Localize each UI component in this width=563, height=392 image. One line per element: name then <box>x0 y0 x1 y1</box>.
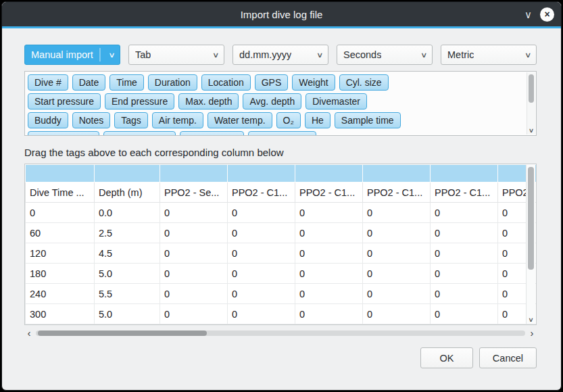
tag-pill[interactable]: Date <box>72 74 106 91</box>
column-header: PPO2 - C1... <box>228 182 295 203</box>
tag-row: Start pressureEnd pressureMax. depthAvg.… <box>28 93 521 109</box>
combo-date-format[interactable]: dd.mm.yyyy∨ <box>232 45 328 65</box>
tag-pill[interactable]: Sample CNS <box>248 131 316 136</box>
column-drop-target[interactable] <box>431 165 498 182</box>
combo-units[interactable]: Metric∨ <box>441 45 537 65</box>
table-cell: 0 <box>160 243 228 264</box>
table-cell: 180 <box>26 264 95 284</box>
table-cell: 0 <box>363 223 431 243</box>
chevron-down-icon: ∨ <box>518 51 532 59</box>
combo-field-separator[interactable]: Tab∨ <box>128 45 224 65</box>
tag-pill[interactable]: Time <box>109 74 144 91</box>
combo-row: Manual import∨Tab∨dd.mm.yyyy∨Seconds∨Met… <box>24 45 537 65</box>
table-cell: 0 <box>363 304 431 324</box>
tag-pill[interactable]: Divemaster <box>305 93 367 109</box>
table-cell: 0 <box>160 203 228 223</box>
titlebar[interactable]: Import dive log file ∨ × <box>2 2 561 26</box>
tag-pill[interactable]: Sample depth <box>28 131 99 136</box>
tag-panel: Dive #DateTimeDurationLocationGPSWeightC… <box>24 71 537 136</box>
combo-duration-format[interactable]: Seconds∨ <box>337 45 433 65</box>
tag-row: BuddyNotesTagsAir temp.Water temp.O₂HeSa… <box>28 112 521 128</box>
combo-import-mode[interactable]: Manual import∨ <box>24 45 120 65</box>
table-row: 1204.5000000 <box>26 243 537 264</box>
table-cell: 0 <box>26 203 95 223</box>
tag-pill[interactable]: Sample pO₂ <box>180 131 244 136</box>
table-cell: 2.5 <box>95 223 160 243</box>
combo-value: Metric <box>447 49 474 60</box>
column-drop-target[interactable] <box>295 165 363 182</box>
scroll-down-icon[interactable]: ∨ <box>525 316 537 323</box>
column-drop-target[interactable] <box>160 165 228 182</box>
ok-button[interactable]: OK <box>420 347 473 368</box>
table-cell: 0 <box>160 304 228 324</box>
tag-pill[interactable]: GPS <box>255 74 289 91</box>
column-drop-target[interactable] <box>95 165 160 182</box>
tag-pill[interactable]: Water temp. <box>207 112 272 128</box>
tag-pill[interactable]: Sample temp. <box>103 131 175 136</box>
scrollbar-thumb[interactable] <box>529 74 534 103</box>
table-cell: 0 <box>363 243 431 264</box>
shade-icon[interactable]: ∨ <box>524 9 532 20</box>
tag-pill[interactable]: End pressure <box>105 93 174 109</box>
table-cell: 0 <box>228 203 295 223</box>
tag-pill[interactable]: Dive # <box>28 74 68 91</box>
drop-target-row <box>26 165 537 182</box>
tag-pill[interactable]: Cyl. size <box>339 74 389 91</box>
preview-table: Dive Time ...Depth (m)PPO2 - Se...PPO2 -… <box>25 164 537 324</box>
column-drop-target[interactable] <box>26 165 95 182</box>
table-cell: 0.0 <box>95 203 160 223</box>
table-cell: 120 <box>26 243 95 264</box>
combo-value: Tab <box>135 49 151 60</box>
tag-pill[interactable]: Location <box>201 74 251 91</box>
table-cell: 0 <box>228 223 295 243</box>
table-cell: 0 <box>160 223 228 243</box>
table-cell: 0 <box>295 243 363 264</box>
table-cell: 5.0 <box>95 264 160 284</box>
chevron-down-icon: ∨ <box>414 51 428 59</box>
tag-pill[interactable]: Notes <box>72 112 111 128</box>
combo-value: Seconds <box>343 49 381 60</box>
table-cell: 0 <box>228 243 295 264</box>
table-cell: 0 <box>363 284 431 304</box>
tag-pill[interactable]: He <box>305 112 331 128</box>
column-drop-target[interactable] <box>228 165 295 182</box>
table-row: 2405.5000000 <box>26 284 537 304</box>
scroll-down-icon[interactable]: ∨ <box>526 127 537 134</box>
combo-value: dd.mm.yyyy <box>239 49 291 60</box>
header-row: Dive Time ...Depth (m)PPO2 - Se...PPO2 -… <box>26 182 537 203</box>
cancel-button[interactable]: Cancel <box>479 347 537 368</box>
tag-pill[interactable]: Tags <box>114 112 148 128</box>
table-cell: 0 <box>431 284 498 304</box>
scrollbar-thumb[interactable] <box>528 167 534 270</box>
table-cell: 5.0 <box>95 304 160 324</box>
table-cell: 0 <box>228 264 295 284</box>
table-cell: 240 <box>26 284 95 304</box>
tag-pill[interactable]: O₂ <box>276 112 301 128</box>
column-drop-target[interactable] <box>363 165 431 182</box>
tag-pill[interactable]: Air temp. <box>152 112 203 128</box>
scroll-right-icon[interactable]: › <box>527 327 537 339</box>
tag-pill[interactable]: Sample time <box>335 112 401 128</box>
table-cell: 300 <box>26 304 95 324</box>
column-header: Dive Time ... <box>26 182 95 203</box>
button-row: OK Cancel <box>24 347 537 368</box>
table-cell: 0 <box>160 284 228 304</box>
tag-pill[interactable]: Max. depth <box>178 93 239 109</box>
table-cell: 5.5 <box>95 284 160 304</box>
close-icon[interactable]: × <box>540 7 554 22</box>
table-scrollbar-horizontal[interactable]: ‹ › <box>24 327 537 339</box>
table-scrollbar-vertical[interactable]: ∨ <box>526 165 535 324</box>
tag-pill[interactable]: Start pressure <box>28 93 101 109</box>
scrollbar-thumb[interactable] <box>38 330 207 336</box>
table-cell: 0 <box>228 304 295 324</box>
table-cell: 0 <box>295 203 363 223</box>
table-cell: 0 <box>228 284 295 304</box>
tag-pill[interactable]: Duration <box>148 74 197 91</box>
tag-pill[interactable]: Buddy <box>28 112 68 128</box>
table-row: 00.0000000 <box>26 203 537 223</box>
tag-pill[interactable]: Avg. depth <box>243 93 301 109</box>
tag-panel-scrollbar[interactable]: ∨ <box>527 72 535 134</box>
scroll-left-icon[interactable]: ‹ <box>24 327 34 339</box>
tag-pill[interactable]: Weight <box>292 74 335 91</box>
column-header: PPO2 - C1... <box>431 182 498 203</box>
